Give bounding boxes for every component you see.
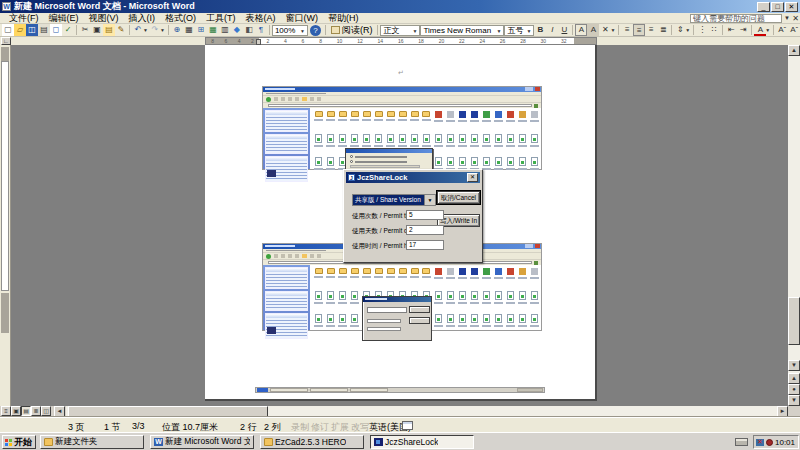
menu-item-3[interactable]: 插入(I) bbox=[124, 12, 161, 25]
antivirus-tray-icon[interactable] bbox=[766, 439, 773, 446]
cancel-button[interactable]: 取消/Cancel bbox=[437, 191, 480, 204]
horizontal-scrollbar[interactable] bbox=[66, 406, 777, 417]
printer-tray-icon[interactable] bbox=[735, 438, 748, 446]
browse-next-button[interactable]: ▼ bbox=[788, 395, 800, 406]
show-hide-icon[interactable]: ¶ bbox=[255, 24, 267, 36]
paste-icon[interactable]: ▤ bbox=[103, 24, 115, 36]
chevron-down-icon[interactable]: ▼ bbox=[160, 27, 165, 33]
print-layout-view-button[interactable]: ▤ bbox=[21, 406, 31, 416]
browse-previous-button[interactable]: ▲ bbox=[788, 373, 800, 384]
cut-icon[interactable]: ✂ bbox=[79, 24, 91, 36]
scrollbar-thumb[interactable] bbox=[788, 297, 800, 345]
scroll-right-button[interactable]: ► bbox=[777, 406, 788, 417]
copy-icon[interactable]: ▣ bbox=[91, 24, 103, 36]
help-icon[interactable]: ? bbox=[310, 25, 321, 36]
bullets-icon[interactable]: ∷ bbox=[708, 24, 720, 36]
open-folder-icon[interactable]: ▱ bbox=[14, 24, 26, 36]
browse-select-button[interactable]: ● bbox=[788, 384, 800, 395]
new-document-icon[interactable]: ▢ bbox=[2, 24, 14, 36]
hyperlink-icon[interactable]: ⊕ bbox=[171, 24, 183, 36]
volume-muted-icon[interactable]: ✕ bbox=[756, 439, 764, 446]
spelling-icon[interactable]: ✓ bbox=[62, 24, 74, 36]
chevron-down-icon[interactable]: ▼ bbox=[784, 15, 790, 21]
shrink-font-icon[interactable]: Aˇ bbox=[788, 24, 800, 36]
print-icon[interactable]: ▤ bbox=[38, 24, 50, 36]
tab-selector-button[interactable]: ∟ bbox=[1, 37, 11, 45]
chevron-down-icon[interactable]: ▼ bbox=[765, 27, 770, 33]
chevron-down-icon[interactable]: ▼ bbox=[300, 27, 305, 36]
scroll-up-button[interactable]: ▲ bbox=[788, 45, 800, 56]
columns-icon[interactable]: ▥ bbox=[219, 24, 231, 36]
menu-item-6[interactable]: 表格(A) bbox=[241, 12, 281, 25]
increase-indent-icon[interactable]: ⇥ bbox=[737, 24, 749, 36]
document-map-icon[interactable]: ◧ bbox=[243, 24, 255, 36]
font-combo[interactable]: ▼Times New Roman bbox=[420, 25, 504, 36]
normal-view-button[interactable]: ≡ bbox=[1, 406, 11, 416]
task-button-1[interactable]: W新建 Microsoft Word 文... bbox=[150, 435, 254, 449]
align-right-icon[interactable]: ≡ bbox=[645, 24, 657, 36]
char-shading-icon[interactable]: A bbox=[587, 24, 599, 36]
scroll-left-button[interactable]: ◄ bbox=[54, 406, 65, 417]
menu-item-0[interactable]: 文件(F) bbox=[4, 12, 44, 25]
zoom-combo[interactable]: ▼100% bbox=[272, 25, 308, 36]
chevron-down-icon[interactable]: ▼ bbox=[526, 27, 531, 36]
horizontal-ruler[interactable]: 8642 2468101214161820222426283032 bbox=[205, 37, 597, 45]
share-version-combo[interactable]: 共享版 / Share Version ▼ bbox=[352, 194, 436, 206]
chevron-down-icon[interactable]: ▼ bbox=[610, 27, 615, 33]
chevron-down-icon[interactable]: ▼ bbox=[412, 27, 417, 36]
task-button-3[interactable]: JczShareLock bbox=[370, 435, 474, 449]
file-item bbox=[349, 109, 361, 130]
format-painter-icon[interactable]: ✎ bbox=[115, 24, 127, 36]
menu-item-4[interactable]: 格式(O) bbox=[160, 12, 201, 25]
close-button[interactable]: ✕ bbox=[785, 2, 798, 12]
chevron-down-icon[interactable]: ▼ bbox=[143, 27, 148, 33]
outline-view-button[interactable]: ≣ bbox=[31, 406, 41, 416]
task-button-2[interactable]: EzCad2.5.3 HERO bbox=[260, 435, 364, 449]
close-icon[interactable]: ✕ bbox=[792, 14, 799, 23]
align-left-icon[interactable]: ≡ bbox=[621, 24, 633, 36]
decrease-indent-icon[interactable]: ⇤ bbox=[725, 24, 737, 36]
minimize-button[interactable]: _ bbox=[757, 2, 770, 12]
style-combo[interactable]: ▼正文 bbox=[380, 25, 420, 36]
menu-item-2[interactable]: 视图(V) bbox=[84, 12, 124, 25]
vertical-ruler[interactable] bbox=[0, 45, 11, 406]
dialog-close-button[interactable]: ✕ bbox=[467, 173, 478, 182]
vertical-scrollbar[interactable]: ▲ ▼ ▲ ● ▼ bbox=[788, 45, 800, 406]
italic-icon[interactable]: I bbox=[546, 24, 558, 36]
justify-icon[interactable]: ≣ bbox=[657, 24, 669, 36]
task-button-0[interactable]: 新建文件夹 bbox=[40, 435, 144, 449]
menu-item-1[interactable]: 编辑(E) bbox=[44, 12, 84, 25]
menu-item-5[interactable]: 工具(T) bbox=[201, 12, 241, 25]
taskbar-clock[interactable]: 10:01 bbox=[775, 438, 795, 447]
scroll-down-button[interactable]: ▼ bbox=[788, 360, 800, 371]
reading-layout-view-button[interactable]: ◫ bbox=[41, 406, 51, 416]
underline-icon[interactable]: U bbox=[558, 24, 570, 36]
help-question-input[interactable]: 键入需要帮助的问题 bbox=[690, 14, 782, 23]
numbering-icon[interactable]: ⋮ bbox=[696, 24, 708, 36]
bold-icon[interactable]: B bbox=[534, 24, 546, 36]
menu-item-7[interactable]: 窗口(W) bbox=[281, 12, 324, 25]
scrollbar-thumb[interactable] bbox=[68, 406, 268, 417]
insert-excel-icon[interactable]: ▦ bbox=[207, 24, 219, 36]
insert-table-icon[interactable]: ⊞ bbox=[195, 24, 207, 36]
char-border-icon[interactable]: A bbox=[575, 24, 587, 36]
dialog-titlebar[interactable]: J JczShareLock ✕ bbox=[346, 172, 480, 183]
web-layout-view-button[interactable]: ▣ bbox=[11, 406, 21, 416]
align-center-icon[interactable]: ≡ bbox=[633, 24, 645, 36]
start-button[interactable]: 开始 bbox=[2, 435, 36, 449]
save-icon[interactable]: ◫ bbox=[26, 24, 38, 36]
chevron-down-icon[interactable]: ▼ bbox=[424, 195, 435, 205]
jczsharelock-dialog[interactable]: J JczShareLock ✕ 共享版 / Share Version ▼ 取… bbox=[343, 169, 483, 263]
chevron-down-icon[interactable]: ▼ bbox=[496, 27, 501, 36]
permit-times-field[interactable]: 5 bbox=[406, 210, 444, 220]
print-preview-icon[interactable]: ◻ bbox=[50, 24, 62, 36]
grow-font-icon[interactable]: Aˆ bbox=[776, 24, 788, 36]
permit-hours-field[interactable]: 17 bbox=[406, 240, 444, 250]
chevron-down-icon[interactable]: ▼ bbox=[685, 27, 690, 33]
permit-days-field[interactable]: 2 bbox=[406, 225, 444, 235]
read-mode-button[interactable]: 阅读(R) bbox=[328, 24, 376, 36]
font-size-combo[interactable]: ▼五号 bbox=[504, 25, 534, 36]
tables-borders-icon[interactable]: ▦ bbox=[183, 24, 195, 36]
restore-button[interactable]: □ bbox=[771, 2, 784, 12]
drawing-icon[interactable]: ◆ bbox=[231, 24, 243, 36]
